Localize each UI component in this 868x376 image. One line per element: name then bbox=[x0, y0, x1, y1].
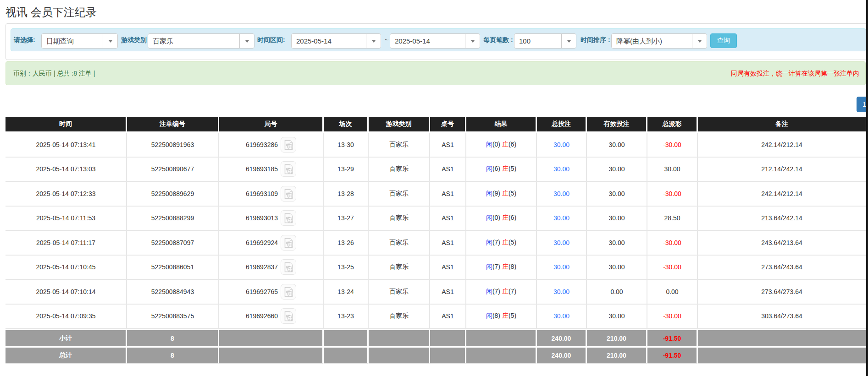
cell-valid-bet: 30.00 bbox=[587, 231, 647, 256]
search-button[interactable]: 查询 bbox=[710, 33, 737, 48]
cell-round: 619692660 bbox=[219, 305, 324, 329]
result-player-score: (0) bbox=[492, 214, 500, 221]
table-row: 2025-05-14 07:11:53 522500888299 6196930… bbox=[6, 207, 866, 231]
game-type-label: 游戏类别 bbox=[121, 29, 147, 51]
video-icon[interactable] bbox=[281, 161, 296, 177]
game-type-select[interactable]: 百家乐 bbox=[148, 33, 254, 49]
result-banker: 庄 bbox=[502, 288, 509, 295]
result-player: 闲 bbox=[486, 288, 492, 295]
cell-session: 13-26 bbox=[324, 231, 369, 256]
result-player-score: (6) bbox=[492, 165, 500, 172]
chevron-down-icon[interactable] bbox=[692, 34, 707, 48]
cell-total-bet: 30.00 bbox=[537, 231, 587, 256]
cell-valid-bet: 0.00 bbox=[587, 280, 647, 305]
filter-bar: 请选择: 日期查询 游戏类别 百家乐 时间区间: 2025-05-14 ~ 20… bbox=[11, 28, 866, 51]
video-icon[interactable] bbox=[281, 284, 296, 300]
select-type-label: 请选择: bbox=[14, 29, 35, 51]
time-range-label: 时间区间: bbox=[257, 29, 285, 51]
time-sort-label: 时间排序 : bbox=[581, 29, 610, 51]
total-bet-link[interactable]: 30.00 bbox=[553, 312, 569, 320]
table-body: 2025-05-14 07:13:41 522500891963 6196932… bbox=[6, 133, 866, 329]
result-banker-score: (7) bbox=[509, 288, 516, 295]
table-row: 2025-05-14 07:13:03 522500890677 6196931… bbox=[6, 158, 866, 182]
round-id: 619693013 bbox=[246, 214, 278, 222]
result-player: 闲 bbox=[486, 165, 492, 172]
cell-time: 2025-05-14 07:11:53 bbox=[6, 207, 127, 231]
cell-session: 13-28 bbox=[324, 182, 369, 207]
cell-bet-id: 522500891963 bbox=[127, 133, 219, 158]
total-bet-link[interactable]: 30.00 bbox=[553, 214, 569, 222]
cell-remark: 212.14/242.14 bbox=[698, 158, 866, 182]
table-row: 2025-05-14 07:12:33 522500889629 6196931… bbox=[6, 182, 866, 207]
cell-remark: 242.14/212.14 bbox=[698, 133, 866, 158]
video-icon[interactable] bbox=[281, 186, 296, 202]
total-bet-link[interactable]: 30.00 bbox=[553, 239, 569, 246]
date-from-select[interactable]: 2025-05-14 bbox=[291, 33, 381, 49]
cell-session: 13-27 bbox=[324, 207, 369, 231]
total-bet-link[interactable]: 30.00 bbox=[553, 165, 569, 173]
cell-result: 闲(6) 庄(5) bbox=[466, 158, 537, 182]
result-banker-score: (8) bbox=[509, 263, 516, 270]
result-banker: 庄 bbox=[502, 141, 509, 148]
cell-game: 百家乐 bbox=[369, 133, 430, 158]
chevron-down-icon[interactable] bbox=[465, 34, 480, 48]
total-bet-link[interactable]: 30.00 bbox=[553, 288, 569, 295]
round-id: 619692660 bbox=[246, 312, 278, 320]
result-banker: 庄 bbox=[502, 263, 509, 270]
cell-bet-id: 522500883575 bbox=[127, 305, 219, 329]
cell-game: 百家乐 bbox=[369, 207, 430, 231]
cell-round: 619692837 bbox=[219, 256, 324, 280]
video-icon[interactable] bbox=[281, 210, 296, 226]
total-payout: -91.50 bbox=[647, 346, 698, 364]
result-player-score: (7) bbox=[492, 288, 500, 295]
cell-remark: 243.64/213.64 bbox=[698, 231, 866, 256]
game-type-value: 百家乐 bbox=[153, 34, 173, 48]
total-bet-link[interactable]: 30.00 bbox=[553, 263, 569, 271]
table-row: 2025-05-14 07:11:17 522500887097 6196929… bbox=[6, 231, 866, 256]
cell-result: 闲(7) 庄(7) bbox=[466, 280, 537, 305]
video-icon[interactable] bbox=[281, 235, 296, 251]
chevron-down-icon[interactable] bbox=[239, 34, 254, 48]
summary-bar: 币别：人民币 | 总共 :8 注单 | 同局有效投注，统一计算在该局第一张注单内 bbox=[6, 61, 866, 85]
video-icon[interactable] bbox=[281, 259, 296, 275]
total-bet-link[interactable]: 30.00 bbox=[553, 190, 569, 197]
summary-currency-text: 币别：人民币 | 总共 :8 注单 | bbox=[13, 70, 95, 77]
cell-remark: 273.64/273.64 bbox=[698, 280, 866, 305]
cell-valid-bet: 30.00 bbox=[587, 133, 647, 158]
col-header-session: 场次 bbox=[324, 117, 369, 133]
col-header-remark: 备注 bbox=[698, 117, 866, 133]
cell-valid-bet: 30.00 bbox=[587, 182, 647, 207]
cell-result: 闲(7) 庄(8) bbox=[466, 256, 537, 280]
query-type-select[interactable]: 日期查询 bbox=[41, 33, 118, 49]
video-icon[interactable] bbox=[281, 308, 296, 324]
cell-table: AS1 bbox=[430, 182, 466, 207]
cell-total-bet: 30.00 bbox=[537, 182, 587, 207]
result-banker: 庄 bbox=[502, 214, 509, 221]
result-banker-score: (5) bbox=[509, 239, 516, 246]
table-header-row: 时间 注单编号 局号 场次 游戏类别 桌号 结果 总投注 有效投注 总派彩 备注 bbox=[6, 117, 866, 133]
result-player: 闲 bbox=[486, 239, 492, 246]
total-row: 总计 8 240.00 210.00 -91.50 bbox=[6, 346, 866, 364]
video-icon[interactable] bbox=[281, 137, 296, 153]
subtotal-count: 8 bbox=[127, 329, 219, 346]
cell-bet-id: 522500890677 bbox=[127, 158, 219, 182]
cell-result: 闲(0) 庄(6) bbox=[466, 133, 537, 158]
total-bet-link[interactable]: 30.00 bbox=[553, 141, 569, 148]
chevron-down-icon[interactable] bbox=[561, 34, 576, 48]
cell-payout: 30.00 bbox=[647, 158, 698, 182]
time-sort-select[interactable]: 降幂(由大到小) bbox=[611, 33, 707, 49]
cell-round: 619693013 bbox=[219, 207, 324, 231]
cell-round: 619693286 bbox=[219, 133, 324, 158]
col-header-game: 游戏类别 bbox=[369, 117, 430, 133]
table-row: 2025-05-14 07:09:35 522500883575 6196926… bbox=[6, 305, 866, 329]
scrollbar-strip[interactable] bbox=[866, 0, 868, 376]
chevron-down-icon[interactable] bbox=[366, 34, 381, 48]
cell-result: 闲(7) 庄(5) bbox=[466, 231, 537, 256]
cell-time: 2025-05-14 07:09:35 bbox=[6, 305, 127, 329]
date-to-select[interactable]: 2025-05-14 bbox=[390, 33, 480, 49]
page-size-select[interactable]: 100 bbox=[514, 33, 576, 49]
cell-remark: 213.64/242.14 bbox=[698, 207, 866, 231]
chevron-down-icon[interactable] bbox=[103, 34, 117, 48]
cell-bet-id: 522500884943 bbox=[127, 280, 219, 305]
cell-table: AS1 bbox=[430, 133, 466, 158]
